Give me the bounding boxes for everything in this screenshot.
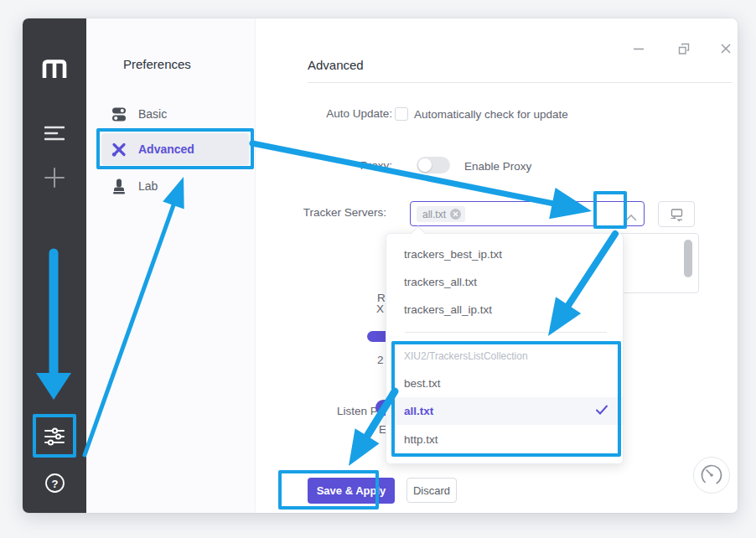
proxy-label: Proxy: [267,159,392,172]
hidden-text-fragment: 2 [377,354,384,366]
toggle-knob [418,158,432,172]
tracker-select-dropdown: trackers_best_ip.txt trackers_all.txt tr… [386,233,624,464]
restore-button[interactable] [672,39,696,59]
proxy-toggle[interactable] [417,157,450,173]
svg-text:?: ? [51,477,58,489]
dropdown-group-label: XIU2/TrackersListCollection [404,350,528,362]
toggles-icon [111,106,127,122]
sync-trackers-button[interactable] [658,201,695,227]
add-task-icon[interactable] [23,161,86,194]
auto-update-label: Auto Update: [267,107,392,120]
tracker-servers-label: Tracker Servers: [261,206,386,219]
preferences-icon[interactable] [23,419,86,454]
dropdown-option[interactable]: trackers_all.txt [386,268,623,296]
preferences-panel: Preferences Basic Advanced [86,18,256,513]
pref-item-advanced[interactable]: Advanced [101,133,249,165]
lab-icon [111,178,127,194]
speed-gauge-button[interactable] [693,457,730,494]
pref-item-label: Advanced [138,142,194,156]
selected-tag: all.txt [417,206,465,222]
close-button[interactable] [714,39,738,59]
title-divider [308,82,732,83]
dropdown-option[interactable]: trackers_best_ip.txt [386,241,623,268]
dropdown-divider [405,332,607,333]
help-icon[interactable]: ? [23,464,86,501]
tools-icon [111,142,127,158]
motrix-logo-icon [23,52,86,85]
dropdown-option[interactable]: http.txt [386,426,623,453]
auto-update-checkbox[interactable] [395,107,408,121]
preferences-title: Preferences [123,57,191,71]
dropdown-option-label: all.txt [404,405,433,417]
pref-item-basic[interactable]: Basic [101,98,249,130]
tag-remove-icon[interactable] [450,209,461,220]
chevron-up-icon[interactable] [625,210,637,225]
dropdown-option-selected[interactable]: all.txt [386,397,623,425]
check-icon [596,405,608,417]
textarea-scrollbar[interactable] [684,240,692,277]
app-sidebar: ? [23,18,86,513]
screenshot-stage: ? Preferences Basic A [0,0,756,538]
tracker-servers-select[interactable]: all.txt [410,201,645,226]
pref-item-lab[interactable]: Lab [101,170,249,202]
app-window: ? Preferences Basic A [23,18,738,513]
proxy-toggle-label: Enable Proxy [464,160,531,173]
page-title: Advanced [308,58,364,72]
discard-button[interactable]: Discard [406,478,457,503]
task-list-icon[interactable] [23,117,86,149]
pref-item-label: Lab [138,179,158,193]
minimize-button[interactable] [627,39,650,59]
auto-update-checkbox-label: Automatically check for update [414,108,568,121]
dropdown-option[interactable]: best.txt [386,370,623,397]
selected-tag-label: all.txt [422,209,446,220]
pref-item-label: Basic [138,107,167,121]
sync-icon [670,207,684,221]
save-apply-button[interactable]: Save & Apply [308,478,395,504]
gauge-icon [699,463,724,488]
hidden-text-fragment: X [376,303,384,315]
dropdown-option[interactable]: trackers_all_ip.txt [386,296,623,323]
